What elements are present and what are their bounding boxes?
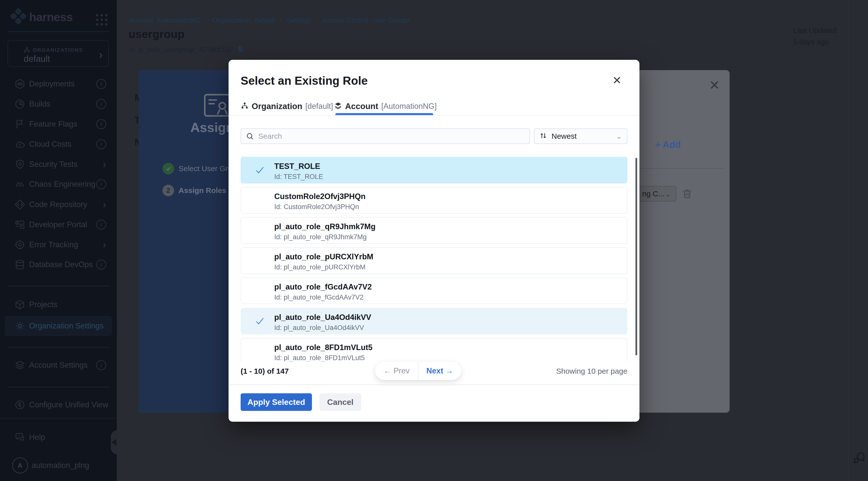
breadcrumb-link[interactable]: Settings <box>286 17 311 24</box>
copy-icon[interactable] <box>237 45 244 55</box>
flags-icon <box>14 118 26 130</box>
sidebar-item-feature-flags[interactable]: Feature Flags i <box>0 114 117 134</box>
sidebar-item-cloud-costs[interactable]: Cloud Costs i <box>0 134 117 154</box>
role-name: pl_auto_role_pURCXlYrbM <box>274 252 373 261</box>
harness-logo-text: harness <box>29 10 72 24</box>
tab-account[interactable]: Account [AutomationNG] <box>334 101 437 111</box>
role-list-item[interactable]: pl_auto_role_qR9Jhmk7Mg Id: pl_auto_role… <box>241 217 627 244</box>
sidebar-item-database-devops[interactable]: Database DevOps i <box>0 254 117 275</box>
info-icon: i <box>96 99 106 109</box>
user-name-label: automation_plng <box>32 461 89 470</box>
info-icon: i <box>96 179 106 189</box>
layers-icon <box>334 102 342 111</box>
prev-page-button[interactable]: ← Prev <box>375 366 418 375</box>
step-number-badge: 2 <box>162 185 174 196</box>
chevron-right-icon: › <box>99 48 103 61</box>
sidebar-item-label: Developer Portal <box>29 220 87 229</box>
sidebar-item-error-tracking[interactable]: Error Tracking › <box>0 235 117 255</box>
chevron-down-icon: ⌄ <box>665 189 671 198</box>
app-grid-icon[interactable] <box>96 14 107 26</box>
sidebar-item-label: Code Repository <box>29 200 87 209</box>
sidebar-item-chaos-engineering[interactable]: Chaos Engineering i <box>0 174 117 194</box>
select-role-modal: Select an Existing Role ✕ Organization [… <box>228 60 640 422</box>
role-list-item[interactable]: pl_auto_role_pURCXlYrbM Id: pl_auto_role… <box>241 247 627 274</box>
role-name: pl_auto_role_qR9Jhmk7Mg <box>274 222 375 231</box>
divider <box>7 285 109 287</box>
avatar: A <box>12 457 28 474</box>
sidebar-item-organization-settings[interactable]: Organization Settings <box>4 316 112 336</box>
info-icon: i <box>96 220 106 230</box>
role-id: Id: CustomRole2Ofvj3PHQn <box>274 203 359 211</box>
svg-text:?: ? <box>18 434 20 438</box>
builds-icon <box>14 98 26 110</box>
sidebar-item-deployments[interactable]: Deployments i <box>0 74 117 94</box>
info-icon: i <box>96 139 106 149</box>
divider <box>7 347 109 348</box>
step-complete-icon <box>162 163 174 174</box>
user-profile-item[interactable]: A automation_plng <box>0 455 117 476</box>
sort-dropdown[interactable]: Newest ⌄ <box>534 128 627 144</box>
collapse-arrow-icon <box>112 439 116 446</box>
sidebar-item-account-settings[interactable]: Account Settings i <box>0 355 117 375</box>
database-icon <box>14 259 26 270</box>
modal-title: Select an Existing Role <box>241 74 368 87</box>
assign-dialog-close-icon[interactable]: ✕ <box>709 78 720 93</box>
active-tab-underline <box>335 113 433 115</box>
info-icon: i <box>96 360 106 370</box>
page-title: usergroup <box>129 28 185 41</box>
info-icon: i <box>96 79 106 89</box>
wrench-icon <box>14 399 26 411</box>
sidebar: harness ORGANIZATIONS default › Deployme… <box>0 0 117 481</box>
breadcrumb-link[interactable]: Access Control: User Groups <box>323 17 411 24</box>
sidebar-item-configure-unified-view[interactable]: Configure Unified View <box>0 395 117 415</box>
role-list-item[interactable]: pl_auto_role_Ua4Od4ikVV Id: pl_auto_role… <box>241 308 627 334</box>
cloud-icon <box>14 139 26 150</box>
search-input[interactable] <box>258 132 510 141</box>
help-chat-icon: ? <box>14 431 26 443</box>
tabs-divider <box>228 115 640 116</box>
role-list-item[interactable]: TEST_ROLE Id: TEST_ROLE <box>241 157 627 183</box>
role-name: pl_auto_role_fGcdAAv7V2 <box>274 282 372 292</box>
search-icon <box>246 132 254 141</box>
breadcrumb-separator-icon: › <box>280 16 282 25</box>
pagination-controls: ← Prev Next → <box>375 362 461 380</box>
last-updated-label: Last Updated <box>793 25 837 36</box>
organization-selector[interactable]: ORGANIZATIONS default › <box>7 40 109 67</box>
role-list-item[interactable]: CustomRole2Ofvj3PHQn Id: CustomRole2Ofvj… <box>241 187 627 214</box>
modal-close-icon[interactable]: ✕ <box>612 74 622 87</box>
apply-selected-button[interactable]: Apply Selected <box>241 393 312 411</box>
breadcrumb-link[interactable]: Account: AutomationNG <box>129 17 201 24</box>
sidebar-item-builds[interactable]: Builds i <box>0 94 117 114</box>
role-list-item[interactable]: pl_auto_role_8FD1mVLut5 Id: pl_auto_role… <box>241 338 627 361</box>
tab-organization[interactable]: Organization [default] <box>241 101 333 111</box>
role-list-item[interactable]: pl_auto_role_fGcdAAv7V2 Id: pl_auto_role… <box>241 277 627 304</box>
divider <box>0 418 117 418</box>
sidebar-item-code-repository[interactable]: Code Repository › <box>0 194 117 215</box>
step-label: Select User Gro <box>179 164 232 173</box>
gear-icon <box>14 320 26 332</box>
sidebar-item-help[interactable]: ? Help <box>0 427 117 447</box>
sidebar-item-label: Configure Unified View <box>29 400 108 410</box>
delete-row-icon[interactable] <box>681 187 693 201</box>
target-icon <box>14 239 26 250</box>
chevron-right-icon: › <box>103 241 106 249</box>
cancel-button[interactable]: Cancel <box>319 393 361 411</box>
role-select-value: ng C... <box>642 189 664 198</box>
divider <box>7 31 109 32</box>
tab-scope: [default] <box>305 102 333 111</box>
divider <box>7 387 109 388</box>
support-chat-icon[interactable] <box>852 450 867 466</box>
sidebar-item-label: Feature Flags <box>29 120 77 129</box>
sidebar-item-projects[interactable]: Projects <box>0 295 117 314</box>
add-role-binding-button[interactable]: + Add <box>655 140 681 150</box>
sidebar-item-developer-portal[interactable]: Developer Portal i <box>0 215 117 235</box>
sidebar-collapse-handle[interactable] <box>111 430 117 454</box>
role-name: TEST_ROLE <box>274 162 320 171</box>
next-page-button[interactable]: Next → <box>418 366 461 375</box>
sort-value: Newest <box>552 132 577 141</box>
sidebar-item-label: Builds <box>29 99 50 109</box>
chaos-icon <box>14 178 26 190</box>
scrollbar-thumb[interactable] <box>636 158 637 355</box>
sidebar-item-security-tests[interactable]: Security Tests › <box>0 154 117 174</box>
breadcrumb-link[interactable]: Organization: default <box>213 17 275 24</box>
